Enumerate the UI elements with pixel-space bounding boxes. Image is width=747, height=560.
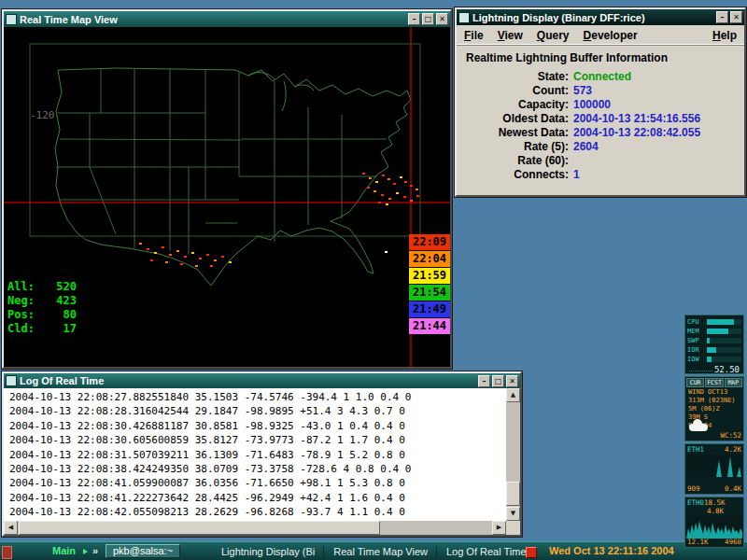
menu-developer[interactable]: Developer [584, 29, 638, 42]
eth0-peak: 4960 [725, 538, 741, 546]
eth1-graph [686, 455, 742, 477]
taskbar-red-icon[interactable] [2, 546, 12, 559]
minimize-button[interactable]: – [478, 375, 490, 387]
weather-tab-fcst[interactable]: FCST [705, 378, 723, 387]
log-line: 2004-10-13 22:08:41.222273642 28.4425 -9… [4, 491, 506, 505]
field-row: Oldest Data:2004-10-13 21:54:16.556 [457, 112, 744, 126]
eth0-panel: ETH0 18.5K 4.8K 12.1K 4960 [684, 497, 744, 548]
taskbar-chevrons[interactable]: » [92, 545, 98, 556]
field-row: Capacity:100000 [457, 98, 744, 112]
task-list: Lightning Display (BiReal Time Map ViewL… [221, 542, 527, 560]
weather-panel: CURFCSTMAP WIND OCT13313M (023NE)5M (06)… [684, 376, 744, 441]
log-text-area[interactable]: 2004-10-13 22:08:27.882551840 35.1503 -7… [4, 388, 506, 521]
strike-point [184, 256, 187, 258]
field-row: Count:573 [457, 84, 744, 98]
vertical-scrollbar[interactable]: ▲ ▼ [506, 388, 520, 521]
window-menu-icon[interactable] [6, 14, 17, 25]
taskbar-task[interactable]: Lightning Display (Bi [221, 546, 315, 557]
maximize-button[interactable]: □ [422, 13, 434, 25]
meter-iow: IOW [687, 355, 741, 364]
legend-time-box: 21:44 [409, 318, 450, 334]
lightning-window-titlebar[interactable]: Lightning Display (Binary DFF:rice) – ✕ [457, 9, 744, 25]
weather-line: 5M (06)Z [685, 405, 743, 413]
meter-track [707, 338, 741, 343]
state-borders [56, 69, 387, 255]
scroll-down-button[interactable]: ▼ [506, 507, 520, 521]
field-label: Rate (5): [457, 140, 569, 154]
meter-label: CPU [687, 318, 705, 326]
eth0-rate-out: 4.8K [707, 507, 724, 515]
strike-point [416, 195, 419, 197]
strike-point [176, 250, 179, 252]
terminal-task-button[interactable]: pkb@salsa:~ [106, 544, 180, 558]
buffer-info-fields: State:ConnectedCount:573Capacity:100000O… [457, 70, 744, 182]
strike-point [393, 183, 396, 185]
menu-items: FileViewQueryDeveloper [464, 29, 652, 42]
stat-row: Pos:80 [7, 308, 77, 322]
meter-track [707, 357, 741, 362]
scroll-left-button[interactable]: ◀ [4, 521, 18, 535]
field-value: 100000 [573, 98, 611, 112]
scroll-right-button[interactable]: ▶ [492, 521, 506, 535]
window-menu-icon[interactable] [458, 12, 470, 23]
field-row: Connects:1 [457, 168, 744, 182]
strike-point [229, 261, 232, 263]
vertical-scroll-thumb[interactable] [506, 482, 520, 506]
map-window-titlebar[interactable]: Real Time Map View – □ ✕ [4, 11, 450, 27]
menu-bar: FileViewQueryDeveloper Help [457, 25, 744, 46]
strike-point [169, 254, 172, 256]
strike-point [374, 190, 376, 192]
taskbar-task[interactable]: Real Time Map View [323, 546, 428, 557]
field-row: Rate (5):2604 [457, 140, 744, 154]
taskbar-task[interactable]: Log Of Real Time [436, 546, 527, 557]
close-button[interactable]: ✕ [436, 13, 448, 25]
weather-tab-map[interactable]: MAP [725, 378, 742, 387]
meter-fill [707, 347, 716, 353]
strike-point [385, 251, 388, 253]
weather-tab-cur[interactable]: CUR [686, 378, 704, 387]
close-button[interactable]: ✕ [506, 375, 518, 387]
minimize-button[interactable]: – [716, 11, 728, 23]
log-line: 2004-10-13 22:08:30.605600859 35.8127 -7… [4, 433, 506, 447]
log-window-title: Log Of Real Time [20, 375, 475, 386]
strike-point [162, 246, 164, 248]
menu-help[interactable]: Help [712, 29, 737, 42]
menu-file[interactable]: File [464, 29, 484, 42]
horizontal-scrollbar[interactable]: ◀ ▶ [4, 521, 506, 535]
taskbar-clock: Wed Oct 13 22:11:16 2004 [549, 545, 674, 556]
scroll-up-button[interactable]: ▲ [506, 388, 520, 402]
weather-line: 313M (023NE) [685, 397, 743, 405]
meter-track [707, 347, 741, 353]
legend-time-box: 21:59 [409, 268, 450, 284]
minimize-button[interactable]: – [408, 13, 420, 25]
log-window-titlebar[interactable]: Log Of Real Time – □ ✕ [4, 373, 520, 388]
field-label: Newest Data: [457, 126, 569, 140]
window-menu-icon[interactable] [6, 375, 17, 386]
main-menu-button[interactable]: Main [52, 545, 76, 556]
strike-point [396, 192, 399, 194]
legend-time-box: 22:09 [409, 234, 450, 250]
strike-point [382, 175, 385, 176]
cpu-panel: CPUMEMSWPIORIOW 52.50 [684, 315, 744, 374]
stat-value: 80 [45, 308, 77, 322]
menu-query[interactable]: Query [537, 29, 570, 42]
strike-point [191, 252, 194, 254]
field-label: State: [457, 70, 569, 84]
field-row: State:Connected [457, 70, 744, 84]
system-monitor: CPUMEMSWPIORIOW 52.50 CURFCSTMAP WIND OC… [684, 315, 744, 550]
meter-swp: SWP [687, 336, 741, 345]
weather-tabs: CURFCSTMAP [685, 377, 743, 388]
desktop: Real Time Map View – □ ✕ -120 All:520Neg… [0, 0, 747, 560]
close-button[interactable]: ✕ [730, 11, 742, 23]
stat-label: Neg: [7, 294, 45, 308]
menu-view[interactable]: View [498, 29, 523, 42]
eth1-peak: 0.4K [725, 484, 741, 493]
strike-point [180, 263, 183, 265]
field-value: 1 [573, 168, 580, 182]
horizontal-scroll-thumb[interactable] [19, 521, 380, 535]
map-display[interactable]: -120 All:520Neg:423Pos:80Cld:17 22:0922:… [4, 27, 450, 367]
strike-point [195, 265, 198, 267]
maximize-button[interactable]: □ [492, 375, 504, 387]
alert-indicator-button[interactable] [526, 547, 537, 558]
strike-point [139, 243, 142, 245]
